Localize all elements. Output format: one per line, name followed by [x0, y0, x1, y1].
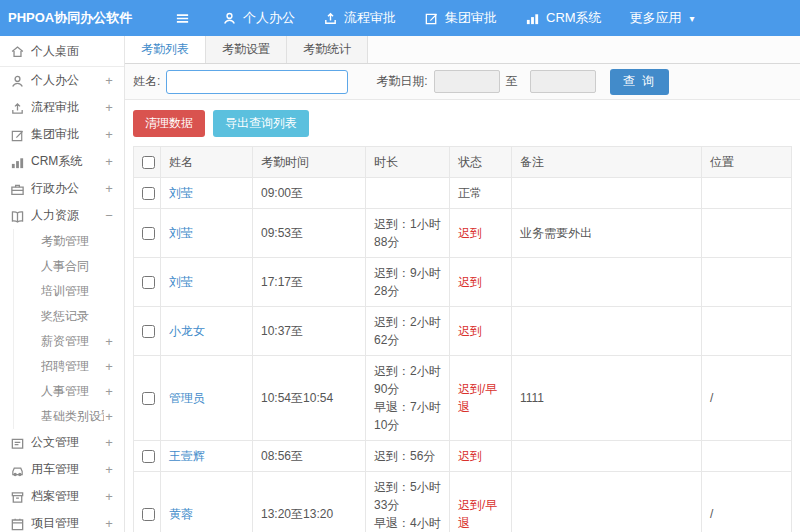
date-filter-label: 考勤日期:: [376, 73, 427, 90]
expand-indicator[interactable]: +: [104, 127, 114, 142]
sidebar-subitem-attendance-management[interactable]: 考勤管理: [14, 229, 124, 254]
edit-icon: [10, 128, 24, 142]
name-filter-input[interactable]: [166, 70, 348, 94]
sidebar-item-label: CRM系统: [31, 153, 104, 170]
status-badge: 迟到: [458, 275, 482, 289]
nav-item-crm[interactable]: CRM系统: [511, 0, 616, 36]
employee-name-link[interactable]: 王壹辉: [169, 449, 205, 463]
sidebar-subitem-training-management[interactable]: 培训管理: [14, 279, 124, 304]
expand-indicator[interactable]: +: [104, 435, 114, 450]
sidebar-subitem-salary-management[interactable]: 薪资管理 +: [14, 329, 124, 354]
date-from-input[interactable]: [434, 70, 500, 93]
table-row: 刘莹 09:00至 正常: [134, 178, 792, 209]
expand-indicator[interactable]: +: [104, 462, 114, 477]
nav-item-workflow-approval[interactable]: 流程审批: [309, 0, 410, 36]
attendance-time: 08:56至: [261, 449, 303, 463]
document-icon: [10, 436, 24, 450]
employee-name-link[interactable]: 小龙女: [169, 324, 205, 338]
status-badge: 迟到/早退: [458, 498, 497, 530]
hr-submenu: 考勤管理 人事合同 培训管理 奖惩记录 薪资管理 + 招聘管理 +: [13, 229, 124, 429]
sidebar-item-label: 流程审批: [31, 99, 104, 116]
table-row: 刘莹 17:17至 迟到：9小时28分 迟到: [134, 258, 792, 307]
employee-name-link[interactable]: 刘莹: [169, 186, 193, 200]
expand-indicator[interactable]: +: [104, 489, 114, 504]
sidebar-item-vehicle-management[interactable]: 用车管理 +: [0, 456, 124, 483]
employee-name-link[interactable]: 黄蓉: [169, 507, 193, 521]
row-checkbox[interactable]: [142, 392, 155, 405]
row-checkbox[interactable]: [142, 187, 155, 200]
expand-indicator[interactable]: +: [104, 334, 114, 349]
sidebar-item-group-approval[interactable]: 集团审批 +: [0, 121, 124, 148]
sidebar-item-personal-desktop[interactable]: 个人桌面: [0, 36, 124, 67]
table-row: 王壹辉 08:56至 迟到：56分 迟到: [134, 441, 792, 472]
row-checkbox[interactable]: [142, 276, 155, 289]
table-row: 刘莹 09:53至 迟到：1小时88分 迟到 业务需要外出: [134, 209, 792, 258]
date-to-label: 至: [506, 73, 518, 90]
nav-item-group-approval[interactable]: 集团审批: [410, 0, 511, 36]
sidebar-item-crm[interactable]: CRM系统 +: [0, 148, 124, 175]
sidebar-item-human-resources[interactable]: 人力资源 −: [0, 202, 124, 229]
export-list-button[interactable]: 导出查询列表: [213, 110, 309, 137]
flow-icon: [10, 101, 24, 115]
sidebar-subitem-base-category-settings[interactable]: 基础类别设置 +: [14, 404, 124, 429]
employee-name-link[interactable]: 管理员: [169, 391, 205, 405]
sidebar-toggle-button[interactable]: [167, 0, 198, 36]
sidebar-subitem-hr-contract[interactable]: 人事合同: [14, 254, 124, 279]
sidebar-item-admin-office[interactable]: 行政办公 +: [0, 175, 124, 202]
status-badge: 迟到/早退: [458, 382, 497, 414]
sidebar-subitem-label: 培训管理: [41, 283, 104, 300]
date-to-input[interactable]: [530, 70, 596, 93]
row-checkbox[interactable]: [142, 325, 155, 338]
expand-indicator[interactable]: +: [104, 359, 114, 374]
top-bar: PHPOA协同办公软件 个人办公 流程审批 集团审批 CRM系统 更多应用 ▾: [0, 0, 800, 36]
sidebar-item-project-management[interactable]: 项目管理 +: [0, 510, 124, 532]
expand-indicator[interactable]: +: [104, 154, 114, 169]
expand-indicator[interactable]: +: [104, 409, 114, 424]
expand-indicator[interactable]: +: [104, 516, 114, 531]
sidebar-item-document-management[interactable]: 公文管理 +: [0, 429, 124, 456]
sidebar-item-personal-office[interactable]: 个人办公 +: [0, 67, 124, 94]
sidebar-item-workflow-approval[interactable]: 流程审批 +: [0, 94, 124, 121]
sidebar-subitem-personnel-management[interactable]: 人事管理 +: [14, 379, 124, 404]
sidebar-subitem-label: 人事合同: [41, 258, 104, 275]
attendance-time: 09:53至: [261, 226, 303, 240]
tab-bar: 考勤列表 考勤设置 考勤统计: [125, 36, 800, 64]
sidebar-subitem-recruitment-management[interactable]: 招聘管理 +: [14, 354, 124, 379]
expand-indicator[interactable]: +: [104, 384, 114, 399]
tab-attendance-statistics[interactable]: 考勤统计: [287, 36, 368, 63]
user-icon: [10, 74, 24, 88]
row-checkbox[interactable]: [142, 227, 155, 240]
note-cell: 业务需要外出: [520, 226, 592, 240]
attendance-table: 姓名 考勤时间 时长 状态 备注 位置 刘莹 09:00至 正常: [133, 146, 792, 532]
nav-label: 个人办公: [243, 9, 295, 27]
search-button[interactable]: 查 询: [610, 69, 669, 95]
select-all-checkbox[interactable]: [142, 156, 155, 169]
app-logo: PHPOA协同办公软件: [0, 9, 125, 27]
employee-name-link[interactable]: 刘莹: [169, 275, 193, 289]
nav-item-more-apps[interactable]: 更多应用 ▾: [616, 0, 709, 36]
note-cell: 1111: [520, 391, 544, 405]
nav-label: 流程审批: [344, 9, 396, 27]
expand-indicator[interactable]: +: [104, 73, 114, 88]
collapse-indicator[interactable]: −: [104, 208, 114, 223]
top-nav: 个人办公 流程审批 集团审批 CRM系统 更多应用 ▾: [208, 0, 709, 36]
sidebar-subitem-label: 考勤管理: [41, 233, 104, 250]
sidebar-subitem-reward-punishment[interactable]: 奖惩记录: [14, 304, 124, 329]
tab-attendance-list[interactable]: 考勤列表: [125, 36, 206, 63]
duration-line1: 迟到：2小时62分: [374, 313, 441, 349]
row-checkbox[interactable]: [142, 508, 155, 521]
chart-icon: [10, 155, 24, 169]
clean-data-button[interactable]: 清理数据: [133, 110, 205, 137]
row-checkbox[interactable]: [142, 450, 155, 463]
employee-name-link[interactable]: 刘莹: [169, 226, 193, 240]
sidebar-item-label: 个人桌面: [31, 43, 104, 60]
nav-item-personal-office[interactable]: 个人办公: [208, 0, 309, 36]
expand-indicator[interactable]: +: [104, 100, 114, 115]
name-filter-label: 姓名:: [133, 73, 160, 90]
header-location: 位置: [702, 147, 792, 178]
duration-line2: 早退：7小时10分: [374, 398, 441, 434]
sidebar-item-archive-management[interactable]: 档案管理 +: [0, 483, 124, 510]
expand-indicator[interactable]: +: [104, 181, 114, 196]
home-icon: [10, 44, 24, 58]
tab-attendance-settings[interactable]: 考勤设置: [206, 36, 287, 63]
